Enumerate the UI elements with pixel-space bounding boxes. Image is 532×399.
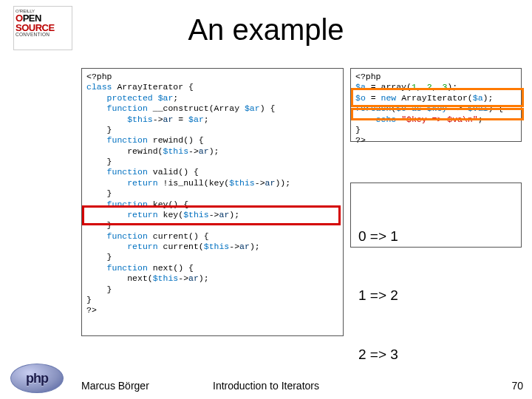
output-box: 0 => 1 1 => 2 2 => 3 [350,183,522,248]
slide-title: An example [0,0,532,47]
footer-center: Introduction to Iterators [0,380,532,392]
logo-line3: CONVENTION [16,33,70,38]
code-right: <?php $a = array(1, 2, 3); $o = new Arra… [350,68,522,142]
output-line: 1 => 2 [358,286,514,306]
oreilly-logo: O'REILLY OPEN SOURCE CONVENTION [13,6,72,50]
output-line: 2 => 3 [358,345,514,365]
code-left: <?php class ArrayIterator { protected $a… [81,68,344,336]
output-line: 0 => 1 [358,227,514,247]
footer-page: 70 [511,380,523,392]
